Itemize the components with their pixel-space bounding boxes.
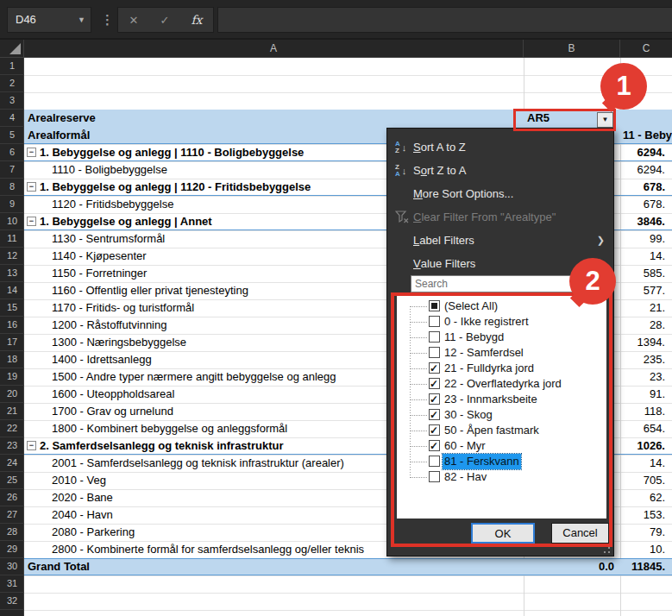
pivot-row-label[interactable]: Grand Total bbox=[28, 558, 90, 575]
pivot-row-label[interactable]: 1500 - Andre typer nærmere angitt bebygg… bbox=[52, 368, 336, 385]
pivot-row-label[interactable]: 1170 - Fritids- og turistformål bbox=[52, 299, 194, 316]
pivot-row-label[interactable]: 1200 - Råstoffutvinning bbox=[52, 317, 166, 333]
chevron-down-icon[interactable]: ▼ bbox=[78, 8, 85, 32]
column-header-c[interactable]: C bbox=[620, 40, 672, 58]
filter-option[interactable]: ✓50 - Åpen fastmark bbox=[397, 423, 606, 438]
filter-option[interactable]: 0 - Ikke registrert bbox=[397, 314, 606, 330]
row-header[interactable]: 16 bbox=[0, 317, 24, 334]
enter-entry-icon[interactable]: ✓ bbox=[160, 14, 169, 27]
insert-function-icon[interactable]: fx bbox=[191, 13, 202, 27]
submenu-arrow-icon: ❯ bbox=[597, 235, 605, 246]
row-header[interactable]: 21 bbox=[0, 403, 24, 420]
row-header[interactable]: 8 bbox=[0, 179, 24, 196]
collapse-button[interactable]: − bbox=[27, 217, 36, 226]
row-header[interactable]: 5 bbox=[0, 127, 24, 144]
pivot-row-label[interactable]: 2080 - Parkering bbox=[52, 524, 135, 540]
filter-option[interactable]: 11 - Bebygd bbox=[397, 330, 606, 345]
pivot-row-label[interactable]: 1800 - Kombinert bebyggelse og anleggsfo… bbox=[52, 420, 287, 437]
row-header[interactable]: 15 bbox=[0, 299, 24, 317]
filter-option[interactable]: ✓23 - Innmarksbeite bbox=[397, 392, 606, 407]
row-header[interactable]: 11 bbox=[0, 230, 24, 248]
row-header[interactable]: 17 bbox=[0, 334, 24, 351]
pivot-row-label[interactable]: 1. Bebyggelse og anlegg | Annet bbox=[40, 213, 212, 229]
row-header[interactable]: 27 bbox=[0, 506, 24, 524]
checkbox-indeterminate bbox=[429, 300, 440, 311]
pivot-row-label[interactable]: 2040 - Havn bbox=[52, 506, 113, 523]
row-header[interactable]: 26 bbox=[0, 489, 24, 506]
pivot-row-label[interactable]: 1150 - Forretninger bbox=[52, 265, 147, 281]
row-header[interactable]: 32 bbox=[0, 593, 24, 610]
row-header[interactable]: 4 bbox=[0, 110, 24, 127]
row-header[interactable]: 10 bbox=[0, 213, 24, 230]
cell-filter-value[interactable]: AR5 bbox=[527, 110, 550, 127]
pivot-row-label[interactable]: 1140 - Kjøpesenter bbox=[52, 248, 147, 264]
collapse-button[interactable]: − bbox=[27, 148, 36, 157]
pivot-row-label[interactable]: 2. Samferdselsanlegg og teknisk infrastr… bbox=[40, 437, 283, 454]
menu-item[interactable]: Clear Filter From "Arealtype" bbox=[387, 205, 615, 229]
pivot-row-label[interactable]: 1400 - Idrettsanlegg bbox=[52, 351, 152, 368]
pivot-row-label[interactable]: 1120 - Fritidsbebyggelse bbox=[52, 196, 173, 212]
filter-option[interactable]: 82 - Hav bbox=[397, 469, 606, 485]
row-header[interactable]: 19 bbox=[0, 368, 24, 386]
row-header[interactable]: 28 bbox=[0, 524, 24, 541]
row-header[interactable]: 20 bbox=[0, 386, 24, 403]
menu-item[interactable]: More Sort Options... bbox=[387, 182, 615, 205]
row-header[interactable]: 1 bbox=[0, 58, 24, 75]
cell-arealformal[interactable]: Arealformål bbox=[28, 127, 90, 144]
pivot-row-label[interactable]: 1110 - Boligbebyggelse bbox=[52, 161, 167, 178]
filter-option[interactable]: ✓21 - Fulldyrka jord bbox=[397, 361, 606, 376]
collapse-button[interactable]: − bbox=[27, 182, 36, 192]
row-header[interactable]: 31 bbox=[0, 575, 24, 593]
row-header[interactable]: 29 bbox=[0, 541, 24, 558]
pivot-row-label[interactable]: 2800 - Kombinerte formål for samferdsels… bbox=[52, 541, 364, 557]
column-header-a[interactable]: A bbox=[24, 40, 524, 58]
filter-dropdown-button[interactable]: ▼ bbox=[597, 112, 613, 128]
name-box[interactable]: D46 ▼ bbox=[7, 7, 91, 33]
menu-item[interactable]: ZA↓Sort Z to A bbox=[387, 159, 615, 182]
row-header[interactable]: 25 bbox=[0, 472, 24, 489]
row-header[interactable]: 9 bbox=[0, 196, 24, 213]
cell-column-label[interactable]: 11 - Bebygg bbox=[623, 127, 672, 144]
pivot-row-label[interactable]: 1. Bebyggelse og anlegg | 1120 - Fritids… bbox=[40, 179, 311, 195]
pivot-row-label[interactable]: 2001 - Samferdselsanlegg og teknisk infr… bbox=[52, 455, 344, 471]
filter-option[interactable]: 81 - Ferskvann bbox=[397, 454, 606, 469]
filter-option[interactable]: ✓22 - Overflatedyrka jord bbox=[397, 376, 606, 392]
filter-option[interactable]: ✓30 - Skog bbox=[397, 407, 606, 423]
cancel-entry-icon[interactable]: ✕ bbox=[129, 14, 139, 27]
row-header[interactable]: 7 bbox=[0, 161, 24, 179]
row-header[interactable]: 14 bbox=[0, 282, 24, 299]
row-header[interactable]: 13 bbox=[0, 265, 24, 282]
pivot-row-label[interactable]: 1160 - Offentlig eller privat tjenesteyt… bbox=[52, 282, 248, 299]
row-header[interactable]: 30 bbox=[0, 558, 24, 575]
row-header[interactable]: 22 bbox=[0, 420, 24, 437]
resize-grip[interactable] bbox=[600, 543, 610, 553]
row-header[interactable]: 6 bbox=[0, 144, 24, 161]
row-header[interactable]: 24 bbox=[0, 455, 24, 472]
checkbox-unchecked bbox=[429, 471, 440, 482]
more-options-icon[interactable]: ⋮ bbox=[101, 7, 114, 33]
cell-arealreserve[interactable]: Arealreserve bbox=[28, 110, 96, 127]
pivot-row-label[interactable]: 1130 - Sentrumsformål bbox=[52, 230, 165, 247]
pivot-row-label[interactable]: 1300 - Næringsbebyggelse bbox=[52, 334, 186, 350]
pivot-row-label[interactable]: 2010 - Veg bbox=[52, 472, 106, 488]
pivot-row-label[interactable]: 1700 - Grav og urnelund bbox=[52, 403, 173, 419]
pivot-row-label[interactable]: 2020 - Bane bbox=[52, 489, 113, 506]
formula-bar-input[interactable] bbox=[217, 7, 672, 33]
row-header[interactable]: 12 bbox=[0, 248, 24, 265]
row-header[interactable]: 23 bbox=[0, 437, 24, 455]
select-all-corner[interactable] bbox=[0, 40, 24, 58]
row-header[interactable]: 3 bbox=[0, 92, 24, 110]
column-header-b[interactable]: B bbox=[524, 40, 620, 58]
pivot-cell-value[interactable]: 11845. bbox=[552, 558, 665, 575]
collapse-button[interactable]: − bbox=[27, 441, 36, 450]
ok-button[interactable]: OK bbox=[471, 523, 535, 544]
row-header[interactable]: 18 bbox=[0, 351, 24, 368]
menu-item[interactable]: AZ↓Sort A to Z bbox=[387, 135, 615, 159]
filter-option[interactable]: ✓60 - Myr bbox=[397, 438, 606, 454]
pivot-row-label[interactable]: 1. Bebyggelse og anlegg | 1110 - Boligbe… bbox=[40, 144, 304, 160]
pivot-row-label[interactable]: 1600 - Uteoppholdsareal bbox=[52, 386, 174, 402]
row-header[interactable]: 2 bbox=[0, 75, 24, 92]
menu-item[interactable]: Label Filters❯ bbox=[387, 229, 615, 252]
cancel-button[interactable]: Cancel bbox=[551, 523, 609, 544]
filter-option[interactable]: 12 - Samferdsel bbox=[397, 345, 606, 361]
